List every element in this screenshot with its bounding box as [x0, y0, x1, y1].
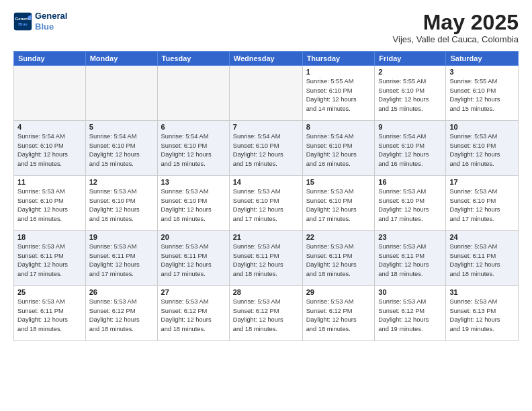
calendar-cell: 12Sunrise: 5:53 AM Sunset: 6:10 PM Dayli…	[85, 176, 157, 231]
day-number: 20	[161, 233, 226, 241]
calendar-week-row: 25Sunrise: 5:53 AM Sunset: 6:11 PM Dayli…	[14, 286, 519, 341]
day-info: Sunrise: 5:53 AM Sunset: 6:13 PM Dayligh…	[449, 298, 515, 334]
day-number: 1	[306, 68, 371, 76]
day-info: Sunrise: 5:53 AM Sunset: 6:11 PM Dayligh…	[306, 242, 371, 279]
day-info: Sunrise: 5:53 AM Sunset: 6:11 PM Dayligh…	[17, 242, 82, 279]
day-number: 11	[17, 178, 82, 186]
header: General Blue General Blue May 2025 Vijes…	[13, 11, 519, 44]
day-header-monday: Monday	[85, 52, 157, 66]
calendar-cell: 18Sunrise: 5:53 AM Sunset: 6:11 PM Dayli…	[14, 231, 86, 286]
calendar-page: General Blue General Blue May 2025 Vijes…	[0, 0, 532, 411]
day-number: 15	[306, 178, 371, 186]
calendar-cell	[85, 66, 157, 121]
day-number: 17	[449, 178, 515, 186]
day-info: Sunrise: 5:53 AM Sunset: 6:11 PM Dayligh…	[378, 242, 442, 279]
day-number: 5	[89, 123, 154, 131]
calendar-cell	[157, 66, 229, 121]
day-info: Sunrise: 5:55 AM Sunset: 6:10 PM Dayligh…	[378, 77, 442, 113]
calendar-cell: 2Sunrise: 5:55 AM Sunset: 6:10 PM Daylig…	[375, 66, 446, 121]
day-info: Sunrise: 5:53 AM Sunset: 6:12 PM Dayligh…	[378, 298, 442, 334]
day-header-friday: Friday	[375, 52, 446, 66]
calendar-cell: 24Sunrise: 5:53 AM Sunset: 6:11 PM Dayli…	[446, 231, 519, 286]
day-info: Sunrise: 5:53 AM Sunset: 6:10 PM Dayligh…	[449, 132, 515, 169]
day-number: 27	[161, 288, 226, 296]
day-number: 29	[306, 288, 371, 296]
day-header-tuesday: Tuesday	[157, 52, 229, 66]
day-info: Sunrise: 5:53 AM Sunset: 6:12 PM Dayligh…	[233, 298, 299, 334]
day-info: Sunrise: 5:54 AM Sunset: 6:10 PM Dayligh…	[378, 132, 442, 169]
calendar-cell: 10Sunrise: 5:53 AM Sunset: 6:10 PM Dayli…	[446, 121, 519, 176]
day-number: 30	[378, 288, 442, 296]
calendar-cell: 4Sunrise: 5:54 AM Sunset: 6:10 PM Daylig…	[14, 121, 86, 176]
day-info: Sunrise: 5:53 AM Sunset: 6:11 PM Dayligh…	[449, 242, 515, 279]
day-number: 13	[161, 178, 226, 186]
location: Vijes, Valle del Cauca, Colombia	[393, 34, 519, 44]
day-info: Sunrise: 5:53 AM Sunset: 6:11 PM Dayligh…	[233, 242, 299, 279]
calendar-cell: 16Sunrise: 5:53 AM Sunset: 6:10 PM Dayli…	[375, 176, 446, 231]
calendar-table: SundayMondayTuesdayWednesdayThursdayFrid…	[13, 51, 519, 341]
day-number: 26	[89, 288, 154, 296]
day-number: 10	[449, 123, 515, 131]
logo: General Blue General Blue	[13, 11, 67, 32]
day-info: Sunrise: 5:54 AM Sunset: 6:10 PM Dayligh…	[306, 132, 371, 169]
day-number: 14	[233, 178, 299, 186]
day-info: Sunrise: 5:55 AM Sunset: 6:10 PM Dayligh…	[306, 77, 371, 113]
calendar-cell: 26Sunrise: 5:53 AM Sunset: 6:12 PM Dayli…	[85, 286, 157, 341]
calendar-cell: 22Sunrise: 5:53 AM Sunset: 6:11 PM Dayli…	[302, 231, 375, 286]
day-info: Sunrise: 5:53 AM Sunset: 6:10 PM Dayligh…	[17, 187, 82, 224]
calendar-week-row: 18Sunrise: 5:53 AM Sunset: 6:11 PM Dayli…	[14, 231, 519, 286]
calendar-cell	[14, 66, 86, 121]
calendar-cell: 6Sunrise: 5:54 AM Sunset: 6:10 PM Daylig…	[157, 121, 229, 176]
calendar-cell: 1Sunrise: 5:55 AM Sunset: 6:10 PM Daylig…	[302, 66, 375, 121]
day-info: Sunrise: 5:54 AM Sunset: 6:10 PM Dayligh…	[233, 132, 299, 169]
day-number: 7	[233, 123, 299, 131]
day-number: 16	[378, 178, 442, 186]
day-header-thursday: Thursday	[302, 52, 375, 66]
day-number: 2	[378, 68, 442, 76]
day-info: Sunrise: 5:53 AM Sunset: 6:12 PM Dayligh…	[89, 298, 154, 334]
day-header-wednesday: Wednesday	[229, 52, 302, 66]
calendar-cell: 21Sunrise: 5:53 AM Sunset: 6:11 PM Dayli…	[229, 231, 302, 286]
day-number: 4	[17, 123, 82, 131]
day-number: 3	[449, 68, 515, 76]
day-number: 12	[89, 178, 154, 186]
calendar-cell: 25Sunrise: 5:53 AM Sunset: 6:11 PM Dayli…	[14, 286, 86, 341]
calendar-cell: 17Sunrise: 5:53 AM Sunset: 6:10 PM Dayli…	[446, 176, 519, 231]
month-title: May 2025	[393, 11, 519, 34]
calendar-header-row: SundayMondayTuesdayWednesdayThursdayFrid…	[14, 52, 519, 66]
day-info: Sunrise: 5:53 AM Sunset: 6:10 PM Dayligh…	[378, 187, 442, 224]
day-number: 23	[378, 233, 442, 241]
calendar-cell: 9Sunrise: 5:54 AM Sunset: 6:10 PM Daylig…	[375, 121, 446, 176]
day-number: 9	[378, 123, 442, 131]
title-block: May 2025 Vijes, Valle del Cauca, Colombi…	[393, 11, 519, 44]
calendar-cell: 28Sunrise: 5:53 AM Sunset: 6:12 PM Dayli…	[229, 286, 302, 341]
day-info: Sunrise: 5:53 AM Sunset: 6:10 PM Dayligh…	[89, 187, 154, 224]
calendar-cell: 23Sunrise: 5:53 AM Sunset: 6:11 PM Dayli…	[375, 231, 446, 286]
calendar-week-row: 4Sunrise: 5:54 AM Sunset: 6:10 PM Daylig…	[14, 121, 519, 176]
day-number: 24	[449, 233, 515, 241]
day-info: Sunrise: 5:53 AM Sunset: 6:12 PM Dayligh…	[306, 298, 371, 334]
day-info: Sunrise: 5:53 AM Sunset: 6:10 PM Dayligh…	[161, 187, 226, 224]
calendar-week-row: 11Sunrise: 5:53 AM Sunset: 6:10 PM Dayli…	[14, 176, 519, 231]
day-info: Sunrise: 5:54 AM Sunset: 6:10 PM Dayligh…	[17, 132, 82, 169]
calendar-cell: 29Sunrise: 5:53 AM Sunset: 6:12 PM Dayli…	[302, 286, 375, 341]
calendar-cell: 19Sunrise: 5:53 AM Sunset: 6:11 PM Dayli…	[85, 231, 157, 286]
calendar-cell: 8Sunrise: 5:54 AM Sunset: 6:10 PM Daylig…	[302, 121, 375, 176]
day-info: Sunrise: 5:54 AM Sunset: 6:10 PM Dayligh…	[161, 132, 226, 169]
calendar-cell: 30Sunrise: 5:53 AM Sunset: 6:12 PM Dayli…	[375, 286, 446, 341]
svg-text:Blue: Blue	[18, 21, 28, 26]
logo-text: General Blue	[35, 11, 67, 32]
day-number: 21	[233, 233, 299, 241]
day-number: 8	[306, 123, 371, 131]
day-info: Sunrise: 5:53 AM Sunset: 6:10 PM Dayligh…	[233, 187, 299, 224]
day-number: 31	[449, 288, 515, 296]
day-info: Sunrise: 5:53 AM Sunset: 6:11 PM Dayligh…	[17, 298, 82, 334]
calendar-cell	[229, 66, 302, 121]
day-number: 6	[161, 123, 226, 131]
day-header-sunday: Sunday	[14, 52, 86, 66]
day-number: 22	[306, 233, 371, 241]
calendar-cell: 27Sunrise: 5:53 AM Sunset: 6:12 PM Dayli…	[157, 286, 229, 341]
day-number: 19	[89, 233, 154, 241]
calendar-week-row: 1Sunrise: 5:55 AM Sunset: 6:10 PM Daylig…	[14, 66, 519, 121]
calendar-cell: 20Sunrise: 5:53 AM Sunset: 6:11 PM Dayli…	[157, 231, 229, 286]
